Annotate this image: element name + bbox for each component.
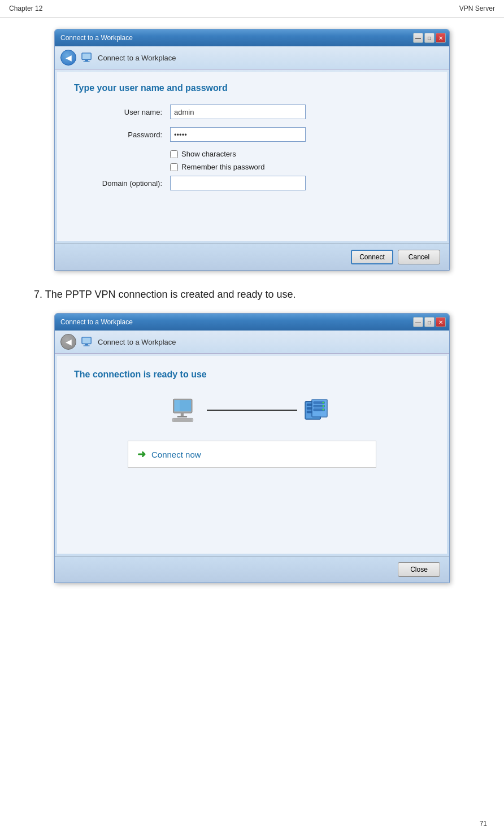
computer-icon [170,397,201,424]
dialog2-maximize-button[interactable]: □ [424,317,435,327]
form-title: Type your user name and password [74,83,430,93]
svg-rect-12 [177,416,187,418]
connect-button[interactable]: Connect [351,250,393,264]
username-input[interactable] [170,105,306,119]
back-button[interactable]: ◀ [60,50,76,66]
workplace-icon [81,51,93,64]
svg-rect-2 [84,61,90,62]
connect-now-arrow-icon: ➜ [137,448,146,460]
svg-rect-5 [85,344,88,346]
svg-point-30 [323,408,324,410]
section-text: 7. The PPTP VPN connection is created an… [34,288,470,302]
dialog2-minimize-button[interactable]: — [413,317,423,327]
svg-point-29 [323,405,324,407]
page-content: Connect to a Workplace — □ ✕ ◀ [0,18,504,611]
dialog1-titlebar: Connect to a Workplace — □ ✕ [55,29,449,46]
dialog1-wrapper: Connect to a Workplace — □ ✕ ◀ [54,29,450,271]
show-chars-label: Show characters [181,150,236,158]
dialog1-title-text: Connect to a Workplace [58,34,133,42]
svg-rect-6 [84,346,90,346]
connect-now-text: Connect now [151,450,201,459]
username-label: User name: [74,108,170,116]
password-label: Password: [74,131,170,139]
svg-rect-1 [85,60,88,62]
close-dialog-button[interactable]: Close [398,562,440,577]
svg-rect-3 [82,54,91,59]
password-input[interactable] [170,127,306,142]
page-header: Chapter 12 VPN Server [0,0,504,18]
dialog1: Connect to a Workplace — □ ✕ ◀ [54,29,450,271]
connection-line [207,410,297,411]
dialog2-close-button[interactable]: ✕ [436,317,446,327]
dialog2-nav-title: Connect to a Workplace [98,338,176,346]
svg-point-28 [323,402,324,403]
dialog1-navbar: ◀ Connect to a Workplace [55,46,449,69]
svg-rect-14 [173,419,192,421]
dialog2-wrapper: Connect to a Workplace — □ ✕ ◀ [54,313,450,583]
dialog2: Connect to a Workplace — □ ✕ ◀ [54,313,450,583]
chapter-label: Chapter 12 [9,5,42,12]
username-row: User name: [74,105,430,119]
connection-ready-title: The connection is ready to use [74,369,430,380]
server-icon [303,397,334,424]
dialog2-title-text: Connect to a Workplace [58,318,133,326]
connection-illustration [74,397,430,424]
dialog2-titlebar-buttons: — □ ✕ [413,317,446,327]
page-number: 71 [480,820,487,828]
show-chars-checkbox[interactable] [170,150,178,158]
titlebar-buttons: — □ ✕ [413,33,446,43]
svg-rect-7 [82,338,91,344]
dialog2-back-button[interactable]: ◀ [60,334,76,350]
remember-label: Remember this password [181,163,264,171]
dialog2-navbar: ◀ Connect to a Workplace [55,331,449,354]
dialog2-footer: Close [55,556,449,582]
domain-row: Domain (optional): [74,176,430,190]
dialog2-titlebar: Connect to a Workplace — □ ✕ [55,314,449,331]
domain-input[interactable] [170,176,306,190]
section-label: VPN Server [459,5,495,12]
password-row: Password: [74,127,430,142]
dialog2-workplace-icon [81,336,93,348]
show-chars-row: Show characters [170,150,430,158]
svg-rect-10 [175,400,180,411]
remember-row: Remember this password [170,163,430,171]
maximize-button[interactable]: □ [424,33,435,43]
connect-now-button[interactable]: ➜ Connect now [128,441,376,468]
domain-label: Domain (optional): [74,179,170,188]
dialog1-body: Type your user name and password User na… [57,72,447,241]
close-button[interactable]: ✕ [436,33,446,43]
dialog1-nav-title: Connect to a Workplace [98,54,176,62]
dialog1-footer: Connect Cancel [55,244,449,270]
cancel-button[interactable]: Cancel [398,250,440,264]
minimize-button[interactable]: — [413,33,423,43]
svg-rect-11 [181,413,184,416]
dialog2-body: The connection is ready to use [57,356,447,554]
remember-checkbox[interactable] [170,163,178,171]
